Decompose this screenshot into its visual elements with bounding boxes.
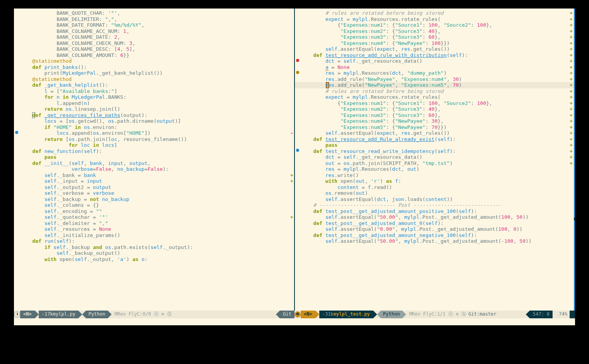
code-line[interactable]: "Expenses:num2": {"Source3": 40}, <box>301 106 570 112</box>
diff-mark <box>289 244 294 251</box>
code-line[interactable]: pass <box>20 154 289 160</box>
code-line[interactable]: locs = [os.getcwd(), os.path.dirname(out… <box>20 118 289 124</box>
code-line[interactable]: res = mylpl.Resources(dct, out) <box>301 166 570 172</box>
code-line[interactable]: l = ["Available banks:"] <box>20 88 289 94</box>
code-line[interactable]: BANK_DELIMITER: ",", <box>20 16 289 22</box>
code-line[interactable]: res.write() <box>301 172 570 179</box>
code-line[interactable]: print(MyLedgerPal._get_bank_helplist()) <box>20 70 289 76</box>
diff-mark: + <box>569 34 574 40</box>
left-fringe <box>14 9 20 311</box>
diff-mark <box>289 34 294 40</box>
code-line[interactable]: BANK_COLNAME_ACC_NUM: 1, <box>20 28 289 34</box>
code-line[interactable]: dct = self._get_resources_data() <box>301 154 570 160</box>
code-line[interactable]: if "HOME" in os.environ: <box>20 124 289 130</box>
code-line[interactable]: def test_resource_add_Rule_already_exist… <box>301 136 570 143</box>
code-line[interactable]: self.assertEqual("50.00", mylpl.Post._ge… <box>301 238 570 244</box>
code-line[interactable]: self.assertEqual(expect, res.get_rules()… <box>301 46 570 52</box>
modeline-left[interactable]: ℹ <N> - 17k mylpl.py Python MRev FlyC:0/… <box>14 311 294 318</box>
code-line[interactable]: @staticmethod <box>20 58 289 64</box>
code-line[interactable]: # ------------------------- Post -------… <box>301 202 570 208</box>
code-line[interactable]: locs.append(os.environ["HOME"]) <box>20 130 289 136</box>
code-line[interactable]: self._quotechar = '"' <box>20 214 289 220</box>
code-line[interactable]: self._backup_output() <box>20 250 289 256</box>
code-line[interactable]: for loc in locs] <box>20 142 289 148</box>
code-line[interactable]: def test_resource_add_rule_with_distribu… <box>301 52 570 58</box>
code-line[interactable]: content = f.read() <box>301 184 570 191</box>
code-line[interactable]: BANK_COLNAME_CHECK_NUM: 3, <box>20 40 289 46</box>
code-line[interactable]: {"Expenses:num1": {"Source1": 100, "Sour… <box>301 100 570 106</box>
code-line[interactable]: "Expenses:num2": {"Source3": 40}, <box>301 28 570 34</box>
code-line[interactable]: expect = mylpl.Resources.rotate_rules( <box>301 16 570 22</box>
code-line[interactable]: self._columns = {} <box>20 202 289 208</box>
code-line[interactable]: verbose=False, no_backup=False): <box>20 166 289 172</box>
code-line[interactable]: expect = mylpl.Resources.rotate_rules( <box>301 94 570 100</box>
code-line[interactable]: {"Expenses:num1": {"Source1": 100, "Sour… <box>301 22 570 28</box>
code-line[interactable]: def __init__(self, bank, input, output, <box>20 160 289 167</box>
sep <box>526 311 530 318</box>
code-line[interactable]: res.add_rule("NewPayee", "Expenses:num5"… <box>301 82 570 88</box>
code-line[interactable]: if self._backup and os.path.exists(self.… <box>20 244 289 251</box>
code-line[interactable]: def test_post__get_adjusted_amount_0(sel… <box>301 220 570 227</box>
code-line[interactable]: with open(out, 'r') as f: <box>301 178 570 184</box>
code-line[interactable]: pass <box>301 142 570 148</box>
code-line[interactable]: # rules are rotated before being stored <box>301 10 570 16</box>
code-line[interactable]: self.assertEqual(dct, json.loads(content… <box>301 196 570 203</box>
code-line[interactable]: def _get_resources_file_paths(output): <box>20 112 289 118</box>
code-line[interactable]: def _get_bank_helplist(): <box>20 82 289 88</box>
code-line[interactable]: BANK_COLNAME_AMOUNT: 6}} <box>20 52 289 58</box>
code-line[interactable]: BANK_COLNAME_DESC: [4, 5], <box>20 46 289 52</box>
code-line[interactable]: BANK_COLNAME_DATE: 2, <box>20 34 289 40</box>
code-line[interactable]: "Expenses:num3": {"Source3": 60}, <box>301 112 570 118</box>
code-line[interactable]: def test_post__get_adjusted_amount_posit… <box>301 208 570 215</box>
code-line[interactable]: out = os.path.join(SCRIPT_PATH, "tmp.txt… <box>301 160 570 167</box>
code-line[interactable]: self._encoding = "" <box>20 208 289 215</box>
code-line[interactable]: self._resources = None <box>20 226 289 232</box>
code-line[interactable]: res.add_rule("NewPayee", "Expenses:num4"… <box>301 76 570 82</box>
code-line[interactable]: BANK_QUOTE_CHAR: '"', <box>20 10 289 16</box>
code-line[interactable]: self._output2 = output <box>20 184 289 191</box>
code-line[interactable]: "Expenses:num5": {"NewPayee": 70}}) <box>301 124 570 130</box>
diff-mark <box>569 280 574 287</box>
code-line[interactable]: return [os.path.join(loc, resources_file… <box>20 136 289 143</box>
code-line[interactable]: @staticmethod <box>20 76 289 82</box>
code-line[interactable]: def new_function(self): <box>20 148 289 155</box>
code-line[interactable]: "Expenses:num4": {"NewPayee": 100}}) <box>301 40 570 46</box>
code-line[interactable]: def test_post__get_adjusted_amount_negat… <box>301 232 570 239</box>
code-line[interactable]: a = None <box>301 64 570 70</box>
code-line[interactable]: BANK_DATE_FORMAT: "%m/%d/%Y", <box>20 22 289 28</box>
code-line[interactable]: self._backup = not no_backup <box>20 196 289 203</box>
code-line[interactable]: l.append(n) <box>20 100 289 106</box>
modeline-right[interactable]: ❷ <N> - 31k mylpl_test.py Python MRev Fl… <box>294 311 575 318</box>
code-line[interactable]: return os.linesep.join(l) <box>20 106 289 112</box>
diff-mark <box>289 184 294 191</box>
sep <box>82 311 86 318</box>
code-line[interactable]: # rules are rotated before being stored <box>301 88 570 94</box>
code-line[interactable]: self.assertEqual(expect, res.get_rules()… <box>301 130 570 136</box>
left-code[interactable]: BANK_QUOTE_CHAR: '"', BANK_DELIMITER: ",… <box>20 9 289 311</box>
code-line[interactable]: self._input = input <box>20 178 289 184</box>
diff-mark <box>289 268 294 275</box>
code-line[interactable]: self._bank = bank <box>20 172 289 179</box>
code-line[interactable]: self.assertEqual("0.00", mylpl.Post._get… <box>301 226 570 232</box>
code-line[interactable]: self._initialize_params() <box>20 232 289 239</box>
right-code[interactable]: # rules are rotated before being stored … <box>301 9 570 311</box>
code-line[interactable]: with open(self._output, 'a') as o: <box>20 256 289 263</box>
code-line[interactable]: def test_resource_read_write_idempotency… <box>301 148 570 155</box>
code-line[interactable]: self._delimiter = "," <box>20 220 289 227</box>
code-line[interactable]: for n in MyLedgerPal.BANKS: <box>20 94 289 100</box>
code-line[interactable]: os.remove(out) <box>301 190 570 196</box>
right-pane[interactable]: # rules are rotated before being stored … <box>295 9 575 311</box>
code-line[interactable]: def print_banks(): <box>20 64 289 70</box>
code-line[interactable]: def run(self): <box>20 238 289 244</box>
code-line[interactable]: "Expenses:num3": {"Source3": 60}, <box>301 34 570 40</box>
code-line[interactable]: self.assertEqual("50.00", mylpl.Post._ge… <box>301 214 570 220</box>
diff-mark: + <box>569 142 574 148</box>
scrollbar[interactable] <box>574 9 575 311</box>
scrollbar-thumb[interactable] <box>574 218 575 220</box>
code-line[interactable]: dct = self._get_resources_data() <box>301 58 570 64</box>
left-pane[interactable]: BANK_QUOTE_CHAR: '"', BANK_DELIMITER: ",… <box>14 9 295 311</box>
code-line[interactable]: res = mylpl.Resources(dct, "dummy_path") <box>301 70 570 76</box>
code-line[interactable]: "Expenses:num4": {"NewPayee": 30}, <box>301 118 570 124</box>
code-line[interactable]: self._verbose = verbose <box>20 190 289 196</box>
editor-area: BANK_QUOTE_CHAR: '"', BANK_DELIMITER: ",… <box>14 9 575 311</box>
